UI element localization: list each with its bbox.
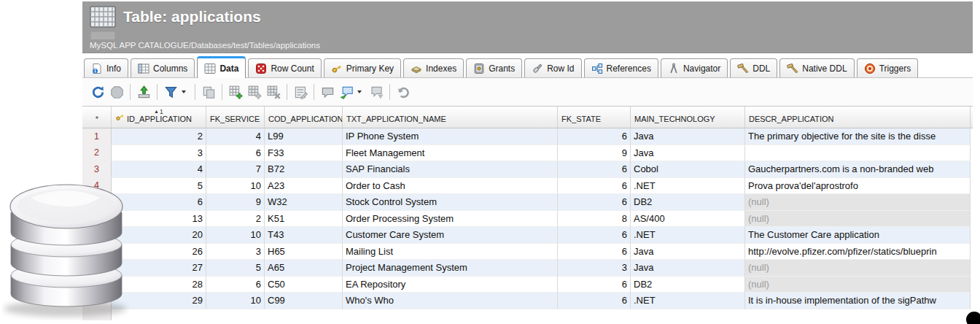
cell-fk_state[interactable]: 9 — [558, 145, 631, 162]
cell-id_application[interactable]: 2 — [112, 128, 206, 145]
filter-dropdown-caret[interactable] — [182, 90, 186, 93]
duplicate-row-button[interactable] — [245, 82, 264, 101]
cell-txt_application_name[interactable]: Customer Care System — [343, 227, 558, 244]
grid-corner-header[interactable]: * — [82, 107, 112, 128]
row-number[interactable]: 10 — [82, 277, 112, 293]
cell-descr_application[interactable]: Gaucherpartners.com is a non-branded web — [745, 161, 971, 178]
cell-descr_application[interactable]: http://evolve.pfizer.com/pfizer/statics/… — [745, 244, 971, 261]
cell-cod_application[interactable]: B72 — [265, 161, 343, 178]
cell-txt_application_name[interactable]: SAP Financials — [343, 161, 558, 178]
cell-id_application[interactable]: 4 — [112, 161, 206, 178]
cell-fk_service[interactable]: 9 — [206, 194, 265, 211]
cell-cod_application[interactable]: H65 — [265, 244, 343, 261]
cell-main_technology[interactable]: AS/400 — [631, 211, 745, 228]
column-header-txt_application_name[interactable]: TXT_APPLICATION_NAME — [343, 107, 558, 128]
cell-main_technology[interactable]: Cobol — [631, 161, 745, 178]
edit-row-button[interactable] — [291, 82, 310, 101]
row-number[interactable]: 9 — [82, 260, 112, 277]
tab-indexes[interactable]: Indexes — [403, 58, 464, 77]
row-number[interactable]: 11 — [82, 293, 112, 309]
cell-main_technology[interactable]: Java — [631, 244, 745, 261]
cell-id_application[interactable]: 3 — [112, 145, 206, 162]
delete-row-button[interactable] — [264, 82, 283, 101]
column-header-main_technology[interactable]: MAIN_TECHNOLOGY — [631, 107, 745, 128]
cell-cod_application[interactable]: A65 — [265, 260, 343, 277]
cell-fk_state[interactable]: 3 — [558, 260, 631, 277]
copy-button[interactable] — [199, 82, 218, 101]
cell-txt_application_name[interactable]: Stock Control System — [343, 194, 558, 211]
discard-edits-button[interactable] — [367, 82, 386, 101]
cell-descr_application[interactable]: (null) — [745, 211, 971, 228]
row-number[interactable]: 2 — [82, 145, 112, 162]
cell-fk_service[interactable]: 10 — [206, 293, 265, 309]
cell-descr_application[interactable]: (null) — [745, 194, 971, 211]
cell-fk_state[interactable]: 6 — [558, 178, 631, 195]
cell-main_technology[interactable]: Java — [631, 145, 745, 162]
apply-edits-dropdown-caret[interactable] — [357, 90, 362, 93]
cell-txt_application_name[interactable]: Who's Who — [343, 293, 558, 309]
row-number[interactable]: 1 — [82, 128, 112, 145]
column-header-id_application[interactable]: ID_APPLICATION▲1 — [112, 107, 206, 128]
tab-references[interactable]: References — [584, 58, 658, 77]
cell-id_application[interactable]: 26 — [112, 244, 206, 261]
cell-descr_application[interactable]: The primary objective for the site is th… — [745, 128, 971, 145]
row-number[interactable]: 7 — [82, 227, 112, 244]
cell-main_technology[interactable]: DB2 — [631, 194, 745, 211]
tab-row-id[interactable]: Row Id — [524, 58, 581, 77]
cell-main_technology[interactable]: .NET — [631, 227, 745, 244]
cell-cod_application[interactable]: C99 — [265, 293, 343, 309]
cell-descr_application[interactable]: (null) — [745, 260, 971, 277]
tab-native-ddl[interactable]: Native DDL — [779, 58, 854, 77]
column-header-cod_application[interactable]: COD_APPLICATION — [265, 107, 343, 128]
cell-fk_state[interactable]: 6 — [558, 194, 631, 211]
tab-ddl[interactable]: DDL — [730, 58, 777, 77]
cell-id_application[interactable]: 5 — [112, 178, 206, 195]
stop-button[interactable] — [107, 82, 126, 101]
reload-button[interactable] — [88, 82, 107, 101]
tab-columns[interactable]: Columns — [131, 58, 195, 77]
apply-edits-button[interactable] — [337, 82, 356, 101]
cell-fk_state[interactable]: 8 — [558, 211, 631, 228]
row-number[interactable]: 4 — [82, 178, 112, 195]
cell-txt_application_name[interactable]: Order to Cash — [343, 178, 558, 195]
cell-fk_state[interactable]: 6 — [558, 293, 631, 309]
column-header-fk_service[interactable]: FK_SERVICE — [206, 107, 265, 128]
cell-main_technology[interactable]: DB2 — [631, 277, 745, 293]
cell-id_application[interactable]: 20 — [112, 227, 206, 244]
cell-descr_application[interactable]: (null) — [745, 277, 971, 293]
cell-descr_application[interactable]: The Customer Care application — [745, 227, 971, 244]
cell-fk_state[interactable]: 6 — [558, 244, 631, 261]
cell-fk_state[interactable]: 6 — [558, 161, 631, 178]
cell-txt_application_name[interactable]: Fleet Management — [343, 145, 558, 162]
cell-id_application[interactable]: 13 — [112, 211, 206, 228]
cell-fk_service[interactable]: 6 — [206, 277, 265, 293]
cell-id_application[interactable]: 29 — [112, 293, 206, 309]
row-number[interactable]: 5 — [82, 194, 112, 211]
tab-navigator[interactable]: Navigator — [661, 58, 728, 77]
tab-info[interactable]: Info — [84, 58, 128, 77]
row-number[interactable]: 8 — [82, 244, 112, 261]
comment-button[interactable] — [318, 82, 337, 101]
cell-cod_application[interactable]: T43 — [265, 227, 343, 244]
cell-fk_service[interactable]: 4 — [206, 128, 265, 145]
cell-fk_state[interactable]: 6 — [558, 277, 631, 293]
cell-cod_application[interactable]: C50 — [265, 277, 343, 293]
cell-descr_application[interactable] — [745, 145, 971, 162]
tab-triggers[interactable]: Triggers — [857, 58, 919, 77]
cell-descr_application[interactable]: It is in-house implementation of the sig… — [745, 293, 971, 309]
cell-id_application[interactable]: 6 — [112, 194, 206, 211]
tab-data[interactable]: Data — [197, 56, 246, 78]
tab-row-count[interactable]: Row Count — [248, 58, 321, 77]
cell-cod_application[interactable]: L99 — [265, 128, 343, 145]
cell-cod_application[interactable]: F33 — [265, 145, 343, 162]
cell-txt_application_name[interactable]: Project Management System — [343, 260, 558, 277]
cell-fk_service[interactable]: 10 — [206, 178, 265, 195]
cell-main_technology[interactable]: .NET — [631, 293, 745, 309]
cell-fk_service[interactable]: 5 — [206, 260, 265, 277]
cell-fk_state[interactable]: 6 — [558, 227, 631, 244]
cell-txt_application_name[interactable]: Mailing List — [343, 244, 558, 261]
export-button[interactable] — [134, 82, 153, 101]
cell-txt_application_name[interactable]: Order Processing System — [343, 211, 558, 228]
cell-fk_service[interactable]: 7 — [206, 161, 265, 178]
cell-fk_service[interactable]: 3 — [206, 244, 265, 261]
